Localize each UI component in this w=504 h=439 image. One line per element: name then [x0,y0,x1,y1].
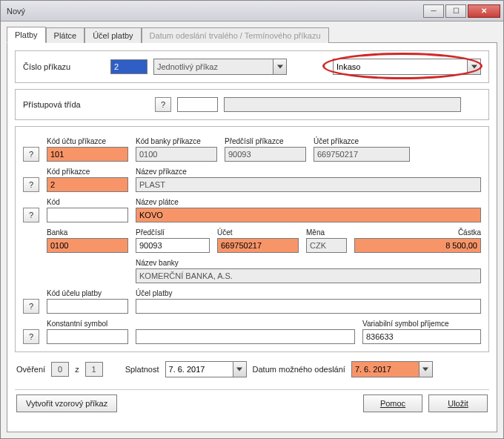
banka-label: Banka [47,228,128,237]
minimize-button[interactable]: ─ [423,4,444,18]
row-prikazce-name: ? Kód příkazce Název příkazce [23,168,481,192]
symbol-mid-input[interactable] [136,329,355,344]
splatnost-value: 7. 6. 2017 [169,365,205,374]
footer-dates-row: Ověření z Splatnost 7. 6. 2017 Datum mož… [15,358,489,380]
head-group: Číslo příkazu Jednotlivý příkaz Inkaso [15,50,489,83]
overeni-val2 [85,362,103,377]
predcisli-prikazce-label: Předčíslí příkazce [225,137,306,145]
chevron-down-icon [420,361,433,377]
tab-body: Číslo příkazu Jednotlivý příkaz Inkaso [7,42,497,432]
tab-platce[interactable]: Plátce [46,27,85,43]
datum-odeslani-label: Datum možného odeslání [253,365,345,374]
tab-platby[interactable]: Platby [7,27,46,43]
chevron-down-icon [233,361,247,377]
nazev-prikazce-label: Název příkazce [136,168,481,176]
ulozit-button[interactable]: Uložit [428,395,488,412]
konst-symbol-label: Konstantní symbol [47,320,128,328]
predcisli-input[interactable] [136,238,210,253]
tab-ucel[interactable]: Účel platby [84,27,141,43]
mena-label: Měna [306,228,347,237]
close-button[interactable]: ✕ [468,4,500,18]
row-symbols: ? Konstantní symbol Variabilní symbol př… [23,320,481,344]
kod-ucelu-help[interactable]: ? [23,299,39,314]
pristup-help-button[interactable]: ? [155,97,171,112]
nazev-platce-label: Název plátce [136,198,481,206]
kod-banky-prikazce-input [136,147,217,162]
var-symbol-label: Variabilní symbol příjemce [362,320,481,328]
maximize-button[interactable]: ☐ [445,4,466,18]
window-title: Nový [4,7,423,16]
predcisli-label: Předčíslí [136,228,210,237]
titlebar: Nový ─ ☐ ✕ [1,1,503,22]
row-nazev-banky: Název banky [23,259,481,283]
castka-label: Částka [354,228,481,237]
titlebar-buttons: ─ ☐ ✕ [423,4,500,18]
nazev-banky-label: Název banky [136,259,481,267]
banka-input[interactable] [47,238,128,253]
pristup-row: Přístupová třída ? [23,97,481,112]
tabs: Platby Plátce Účel platby Datum odeslání… [1,22,503,42]
kod-ucelu-label: Kód účelu platby [47,289,128,297]
kod-platce-help[interactable]: ? [23,208,39,222]
pristup-label: Přístupová třída [23,100,149,109]
kod-uctu-prikazce-help[interactable]: ? [23,147,39,162]
castka-input[interactable] [354,238,481,253]
head-row: Číslo příkazu Jednotlivý příkaz Inkaso [23,59,481,75]
konst-symbol-input[interactable] [47,329,128,344]
ucet-input[interactable] [217,238,299,253]
bottom-bar: Vytvořit vzorový příkaz Pomoc Uložit [15,389,489,414]
kod-prikazce-help[interactable]: ? [23,177,39,192]
ucet-prikazce-input [314,147,410,162]
chevron-down-icon [273,59,287,75]
pristup-group: Přístupová třída ? [15,89,489,120]
druh-select-value: Jednotlivý příkaz [157,62,218,71]
kod-prikazce-input[interactable] [47,177,128,192]
splatnost-label: Splatnost [125,365,159,374]
kod-uctu-prikazce-input[interactable] [47,147,128,162]
druh-select[interactable]: Jednotlivý příkaz [153,59,287,75]
nazev-banky-input [136,268,481,283]
overeni-val1 [51,362,69,377]
pristup-desc [224,97,461,112]
row-platce: ? Kód Název plátce [23,198,481,222]
nazev-platce-input[interactable] [136,208,481,222]
datum-odeslani-date[interactable]: 7. 6. 2017 [351,361,433,377]
kod-platce-input[interactable] [47,208,128,222]
main-block: ? Kód účtu příkazce Kód banky příkazce P… [15,126,489,352]
predcisli-prikazce-input [225,147,306,162]
var-symbol-input[interactable] [362,329,481,344]
pomoc-button[interactable]: Pomoc [363,395,422,412]
ucel-platby-label: Účel platby [136,289,481,297]
kod-platce-label: Kód [47,198,128,206]
tab-datum[interactable]: Datum odeslání trvalého / Termínového př… [142,27,329,43]
ucel-platby-input[interactable] [136,299,481,314]
overeni-z: z [75,365,79,374]
ucet-label: Účet [217,228,299,237]
typ-select-value: Inkaso [336,62,360,71]
row-account: Banka Předčíslí Účet Měna [23,228,481,253]
pristup-input[interactable] [177,97,218,112]
kod-banky-prikazce-label: Kód banky příkazce [136,137,217,145]
mena-input [306,238,347,253]
cislo-prikazu-input[interactable] [110,59,147,74]
typ-select[interactable]: Inkaso [333,59,481,75]
ucet-prikazce-label: Účet příkazce [314,137,410,145]
vzor-button[interactable]: Vytvořit vzorový příkaz [16,395,117,412]
nazev-prikazce-input [136,177,481,192]
kod-uctu-prikazce-label: Kód účtu příkazce [47,137,128,145]
konst-symbol-help[interactable]: ? [23,329,39,344]
kod-prikazce-label: Kód příkazce [47,168,128,176]
overeni-label: Ověření [16,365,45,374]
kod-ucelu-input[interactable] [47,299,128,314]
cislo-prikazu-label: Číslo příkazu [23,62,105,71]
window: Nový ─ ☐ ✕ Platby Plátce Účel platby Dat… [0,0,504,439]
row-prikazce-acc: ? Kód účtu příkazce Kód banky příkazce P… [23,137,481,162]
datum-odeslani-value: 7. 6. 2017 [355,365,391,374]
splatnost-date[interactable]: 7. 6. 2017 [165,361,247,377]
row-ucel: ? Kód účelu platby Účel platby [23,289,481,314]
chevron-down-icon [468,59,481,75]
